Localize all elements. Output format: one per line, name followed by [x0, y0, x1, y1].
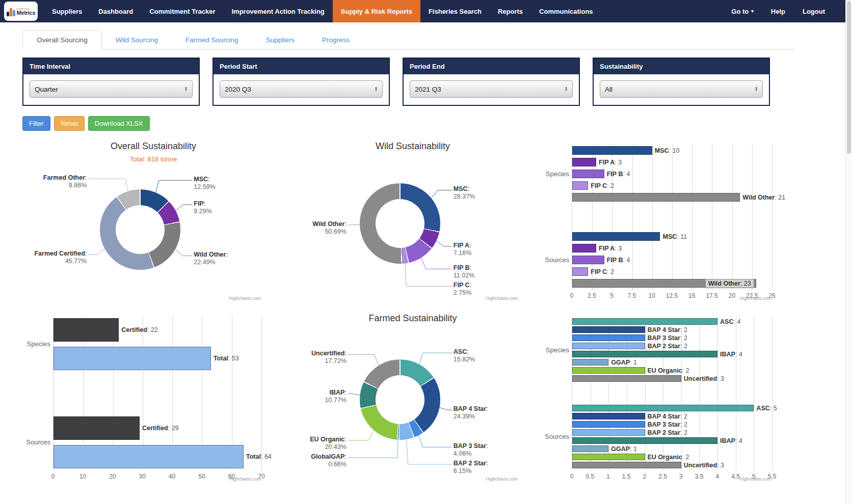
bar-row: BAP 2 Star: 2: [572, 429, 772, 436]
bar-uncertified[interactable]: Uncertified: 3: [572, 462, 681, 468]
bar-eu-organic[interactable]: EU Organic: 2: [572, 454, 645, 460]
select-period-end[interactable]: 2021 Q3▲▼: [410, 80, 573, 98]
bar-value-label: Certified: 22: [121, 326, 158, 333]
bar-row: ASC: 5: [572, 405, 772, 411]
pie-data-label: Uncertified:17.72%: [311, 350, 347, 365]
select-time-interval[interactable]: Quarter▲▼: [30, 80, 193, 98]
chart-title: Farmed Sustainability: [284, 313, 541, 324]
highcharts-credit[interactable]: Highcharts.com: [739, 296, 771, 301]
tab-wild-sourcing[interactable]: Wild Sourcing: [102, 30, 172, 49]
bar-row: IBAP: 4: [572, 437, 772, 444]
bar-bap-4-star[interactable]: BAP 4 Star: 2: [572, 413, 645, 419]
bar-row: BAP 4 Star: 2: [572, 413, 772, 419]
donut-chart[interactable]: [360, 183, 440, 264]
bar-asc[interactable]: ASC: 5: [572, 405, 754, 411]
bar-plot-area: ASC: 4BAP 4 Star: 2BAP 3 Star: 2BAP 2 St…: [572, 316, 772, 470]
bar-fip-b[interactable]: FIP B: 4: [572, 170, 604, 178]
highcharts-credit[interactable]: Highcharts.com: [486, 477, 518, 482]
bar-fip-a[interactable]: FIP A: 3: [572, 158, 596, 166]
bar-bap-3-star[interactable]: BAP 3 Star: 2: [572, 421, 645, 428]
bar-fip-c[interactable]: FIP C: 2: [572, 267, 588, 276]
bar-asc[interactable]: ASC: 4: [572, 318, 717, 325]
axis-tick-label: 5: [610, 292, 614, 299]
highcharts-credit[interactable]: Highcharts.com: [229, 477, 261, 482]
bar-row: MSC: 10: [572, 146, 772, 155]
bar-ggap[interactable]: GGAP: 1: [572, 445, 608, 452]
nav-item-suppliers[interactable]: Suppliers: [44, 0, 90, 22]
bar-value-label: FIP C: 2: [591, 268, 614, 275]
filter-button[interactable]: Filter: [22, 116, 50, 131]
filter-body: 2021 Q3▲▼: [404, 74, 579, 105]
bar-msc[interactable]: MSC: 10: [572, 146, 652, 155]
nav-item-fisheries-search[interactable]: Fisheries Search: [420, 0, 490, 22]
bar-ibap[interactable]: IBAP: 4: [572, 437, 717, 444]
download-xlsx-button[interactable]: Download XLSX: [88, 116, 150, 131]
bar-value-label: BAP 3 Star: 2: [648, 334, 687, 342]
window-scrollbar[interactable]: [845, 0, 852, 504]
bar-wild-other[interactable]: Wild Other: 23: [572, 279, 756, 288]
chart-subtitle: Total: 818 tonne: [22, 155, 284, 163]
bar-certified[interactable]: Certified: 29: [54, 416, 140, 440]
bar-fip-c[interactable]: FIP C: 2: [572, 181, 588, 190]
bar-value-label: Wild Other: 23: [705, 279, 754, 288]
tab-suppliers[interactable]: Suppliers: [252, 30, 308, 49]
bar-msc[interactable]: MSC: 11: [572, 232, 660, 241]
donut-chart[interactable]: [360, 359, 440, 440]
bar-value-label: Uncertified: 3: [684, 375, 724, 382]
scrollbar-thumb[interactable]: [847, 1, 851, 154]
nav-item-commitment-tracker[interactable]: Commitment Tracker: [141, 0, 223, 22]
highcharts-credit[interactable]: Highcharts.com: [229, 296, 261, 301]
bar-group-species: Certified: 22Total: 53Species: [54, 318, 261, 370]
bar-uncertified[interactable]: Uncertified: 3: [572, 375, 681, 382]
bar-ibap[interactable]: IBAP: 4: [572, 351, 717, 357]
chart-farmed-sustainability-donut: Farmed SustainabilityASC:15.82%BAP 4 Sta…: [284, 309, 541, 486]
bar-bap-4-star[interactable]: BAP 4 Star: 2: [572, 326, 645, 333]
bar-total[interactable]: Total: 64: [54, 445, 244, 468]
nav-item-communications[interactable]: Communications: [531, 0, 601, 22]
reset-button[interactable]: Reset: [54, 116, 85, 131]
nav-item-improvement-action-tracking[interactable]: Improvement Action Tracking: [223, 0, 332, 22]
nav-item-go-to[interactable]: Go to▾: [723, 0, 762, 22]
select-value: 2021 Q3: [415, 86, 441, 93]
logo-bars-icon: [7, 6, 15, 16]
nav-item-dashboard[interactable]: Dashboard: [90, 0, 141, 22]
pie-data-label: FIP B:11.02%: [454, 264, 474, 279]
bar-eu-organic[interactable]: EU Organic: 2: [572, 367, 645, 374]
nav-item-logout[interactable]: Logout: [794, 0, 834, 22]
bar-row: Wild Other: 23: [572, 279, 772, 288]
highcharts-credit[interactable]: Highcharts.com: [486, 296, 518, 301]
nav-item-help[interactable]: Help: [762, 0, 794, 22]
app-logo[interactable]: seafood Metrics: [4, 2, 38, 21]
bar-row: Uncertified: 3: [572, 375, 772, 382]
bar-bap-3-star[interactable]: BAP 3 Star: 2: [572, 334, 645, 341]
bar-value-label: FIP B: 4: [607, 171, 630, 178]
bar-total[interactable]: Total: 53: [54, 347, 211, 370]
chart-overall-sustainability-donut: Overall SustainabilityTotal: 818 tonneMS…: [22, 137, 284, 305]
pie-connector-line: [419, 353, 452, 365]
pie-data-label: ASC:15.82%: [454, 348, 475, 363]
bar-row: IBAP: 4: [572, 351, 772, 357]
bar-ggap[interactable]: GGAP: 1: [572, 359, 608, 366]
bar-wild-other[interactable]: Wild Other: 21: [572, 193, 740, 202]
nav-item-supply-risk-reports[interactable]: Supply & Risk Reports: [333, 0, 420, 22]
bar-bap-2-star[interactable]: BAP 2 Star: 2: [572, 429, 645, 436]
bar-bap-2-star[interactable]: BAP 2 Star: 2: [572, 343, 645, 349]
highcharts-credit[interactable]: Highcharts.com: [739, 477, 771, 482]
filter-label: Time Interval: [23, 59, 199, 74]
pie-connector-line: [348, 225, 360, 225]
nav-item-reports[interactable]: Reports: [490, 0, 531, 22]
tab-progress[interactable]: Progress: [308, 30, 363, 49]
bar-fip-b[interactable]: FIP B: 4: [572, 256, 604, 264]
bar-certified[interactable]: Certified: 22: [54, 318, 119, 342]
tab-overall-sourcing[interactable]: Overall Sourcing: [22, 30, 102, 49]
pie-connector-line: [348, 394, 361, 395]
select-period-start[interactable]: 2020 Q3▲▼: [220, 80, 383, 98]
bar-fip-a[interactable]: FIP A: 3: [572, 244, 596, 253]
donut-chart[interactable]: [100, 189, 180, 270]
pie-data-label: BAP 2 Star:6.15%: [454, 460, 488, 475]
filter-body: 2020 Q3▲▼: [214, 74, 389, 105]
app-root: seafood Metrics SuppliersDashboardCommit…: [0, 0, 852, 486]
select-sustainability[interactable]: All▲▼: [600, 80, 763, 98]
bar-group-sources: ASC: 5BAP 4 Star: 2BAP 3 Star: 2BAP 2 St…: [572, 405, 772, 468]
tab-farmed-sourcing[interactable]: Farmed Sourcing: [172, 30, 252, 49]
